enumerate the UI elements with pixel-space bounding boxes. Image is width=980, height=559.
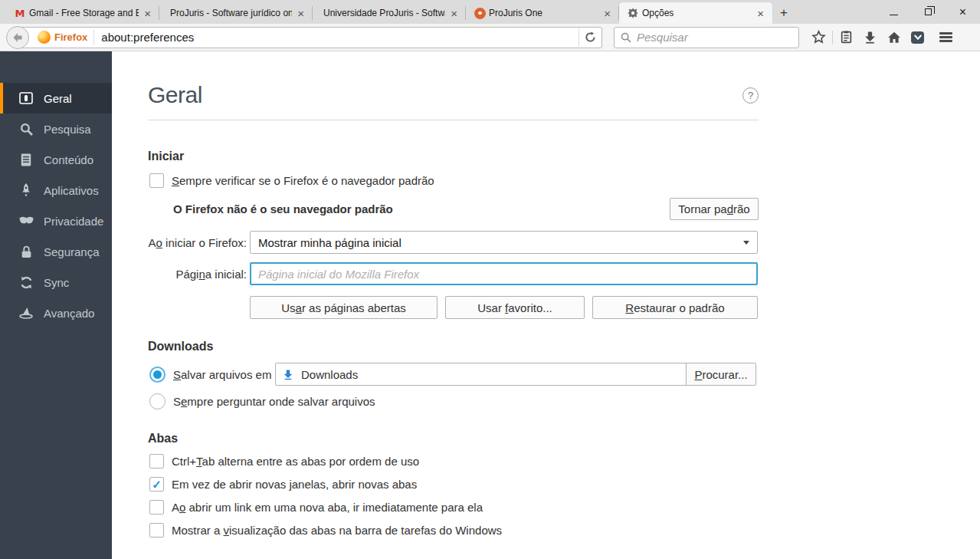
sidebar-item-label: Pesquisa <box>44 123 91 136</box>
back-button[interactable] <box>6 26 29 49</box>
always-check-default-label[interactable]: Sempre verificar se o Firefox é o navega… <box>172 174 434 187</box>
lock-icon <box>18 245 34 258</box>
tab-title: ProJuris - Software jurídico onl... <box>170 8 292 18</box>
sidebar-item-avancado[interactable]: Avançado <box>0 298 112 328</box>
always-ask-radio[interactable] <box>149 393 166 409</box>
bookmarks-menu-button[interactable] <box>834 26 858 49</box>
tab-close-icon[interactable]: × <box>601 7 613 20</box>
open-tabs-instead-label[interactable]: Em vez de abrir novas janelas, abrir nov… <box>172 478 417 491</box>
menu-button[interactable] <box>934 26 958 49</box>
startup-section-heading: Iniciar <box>148 150 759 163</box>
taskbar-preview-checkbox[interactable] <box>149 523 164 538</box>
switch-immediately-checkbox[interactable] <box>149 500 164 515</box>
tab-projuris-one[interactable]: ProJuris One × <box>466 2 619 24</box>
restore-icon <box>925 8 932 15</box>
sidebar-item-label: Geral <box>44 92 72 105</box>
search-icon <box>18 123 34 136</box>
tab-close-icon[interactable]: × <box>295 7 306 20</box>
downloads-section-heading: Downloads <box>148 340 759 353</box>
back-arrow-icon <box>11 31 24 44</box>
sidebar-item-pesquisa[interactable]: Pesquisa <box>0 113 112 144</box>
search-bar[interactable] <box>614 27 799 48</box>
save-to-folder-radio[interactable] <box>149 367 166 383</box>
preferences-content: Geral ? Iniciar Sempre verificar se o Fi… <box>112 51 980 559</box>
sidebar-item-conteudo[interactable]: Conteúdo <box>0 144 112 175</box>
ctrl-tab-checkbox[interactable] <box>149 454 164 469</box>
restore-button[interactable] <box>911 0 946 24</box>
homepage-input[interactable] <box>250 262 758 285</box>
pocket-button[interactable] <box>906 26 929 49</box>
projuris-one-icon <box>474 7 486 19</box>
identity-box[interactable]: Firefox <box>36 30 94 45</box>
restore-default-button[interactable]: Restaurar o padrão <box>592 296 758 319</box>
tab-projuris[interactable]: ProJuris - Software jurídico onl... × <box>159 2 313 24</box>
sidebar-item-aplicativos[interactable]: Aplicativos <box>0 175 112 206</box>
sidebar-item-label: Aplicativos <box>44 184 99 197</box>
reload-button[interactable] <box>578 28 601 47</box>
tab-gmail[interactable]: M Gmail - Free Storage and E... × <box>6 2 159 24</box>
search-icon <box>621 32 631 43</box>
home-button[interactable] <box>882 26 906 49</box>
window-controls: × <box>877 0 980 24</box>
tab-options-active[interactable]: Opções × <box>619 2 772 24</box>
sidebar-item-seguranca[interactable]: Segurança <box>0 236 112 267</box>
navigation-toolbar: Firefox <box>0 24 980 51</box>
wizard-hat-icon <box>18 307 34 319</box>
identity-label: Firefox <box>54 31 87 43</box>
tab-title: Opções <box>642 8 752 18</box>
toolbar-icons <box>807 26 964 49</box>
use-bookmark-button[interactable]: Usar favorito... <box>445 296 585 319</box>
save-to-folder-label[interactable]: Salvar arquivos em <box>173 368 275 381</box>
switch-immediately-row: Ao abrir um link em uma nova aba, ir ime… <box>149 500 759 515</box>
always-check-default-checkbox[interactable] <box>149 173 164 188</box>
taskbar-preview-label[interactable]: Mostrar a visualização das abas na barra… <box>172 524 502 537</box>
header-divider <box>148 120 759 120</box>
chevron-down-icon <box>743 241 749 245</box>
tab-close-icon[interactable]: × <box>448 7 460 20</box>
minimize-button[interactable] <box>877 0 911 24</box>
firefox-logo-icon <box>38 31 51 44</box>
preferences-sidebar: Geral Pesquisa Conteúdo Aplicativos Priv… <box>0 51 112 559</box>
hamburger-icon <box>939 31 952 44</box>
make-default-button[interactable]: Tornar padrão <box>670 198 759 220</box>
sidebar-item-geral[interactable]: Geral <box>0 83 112 113</box>
close-button[interactable]: × <box>946 0 980 24</box>
sidebar-item-privacidade[interactable]: Privacidade <box>0 206 112 236</box>
mask-icon <box>18 216 34 225</box>
use-current-pages-button[interactable]: Usar as páginas abertas <box>250 296 438 319</box>
tab-close-icon[interactable]: × <box>755 7 766 20</box>
download-folder-display: Downloads <box>275 363 687 386</box>
help-button[interactable]: ? <box>742 87 759 104</box>
always-ask-row: Sempre perguntar onde salvar arquivos <box>149 393 759 409</box>
page-title: Geral <box>148 82 202 108</box>
downloads-button[interactable] <box>858 26 882 49</box>
titlebar: M Gmail - Free Storage and E... × ProJur… <box>0 0 980 24</box>
tab-title: ProJuris One <box>489 8 598 18</box>
startup-mode-select[interactable]: Mostrar minha página inicial <box>250 231 758 254</box>
bookmark-star-button[interactable] <box>807 26 831 49</box>
new-tab-button[interactable]: + <box>772 3 795 23</box>
search-input[interactable] <box>637 31 792 44</box>
tab-title: Universidade ProJuris - Softwa... <box>323 8 445 18</box>
switch-immediately-label[interactable]: Ao abrir um link em uma nova aba, ir ime… <box>172 501 483 514</box>
sidebar-item-sync[interactable]: Sync <box>0 267 112 298</box>
url-input[interactable] <box>94 31 578 44</box>
browse-button[interactable]: Procurar... <box>686 363 756 386</box>
tab-close-icon[interactable]: × <box>142 7 153 20</box>
document-icon <box>18 153 34 166</box>
url-bar[interactable]: Firefox <box>18 27 602 48</box>
sidebar-item-label: Sync <box>44 276 69 289</box>
open-tabs-instead-checkbox[interactable]: ✓ <box>149 477 164 492</box>
sidebar-item-label: Avançado <box>44 307 94 320</box>
download-folder-icon <box>283 369 293 380</box>
ctrl-tab-label[interactable]: Ctrl+Tab alterna entre as abas por ordem… <box>172 455 419 468</box>
open-tabs-instead-row: ✓ Em vez de abrir novas janelas, abrir n… <box>149 477 759 492</box>
homepage-buttons-row: Usar as páginas abertas Usar favorito...… <box>250 296 759 319</box>
tabs-section-heading: Abas <box>148 432 759 446</box>
save-files-row: Salvar arquivos em Downloads Procurar... <box>149 363 759 386</box>
minimize-icon <box>890 15 898 15</box>
always-ask-label[interactable]: Sempre perguntar onde salvar arquivos <box>173 395 375 408</box>
tab-universidade-projuris[interactable]: Universidade ProJuris - Softwa... × <box>313 2 466 24</box>
startup-mode-selected-value: Mostrar minha página inicial <box>258 236 402 249</box>
home-icon <box>887 31 901 44</box>
